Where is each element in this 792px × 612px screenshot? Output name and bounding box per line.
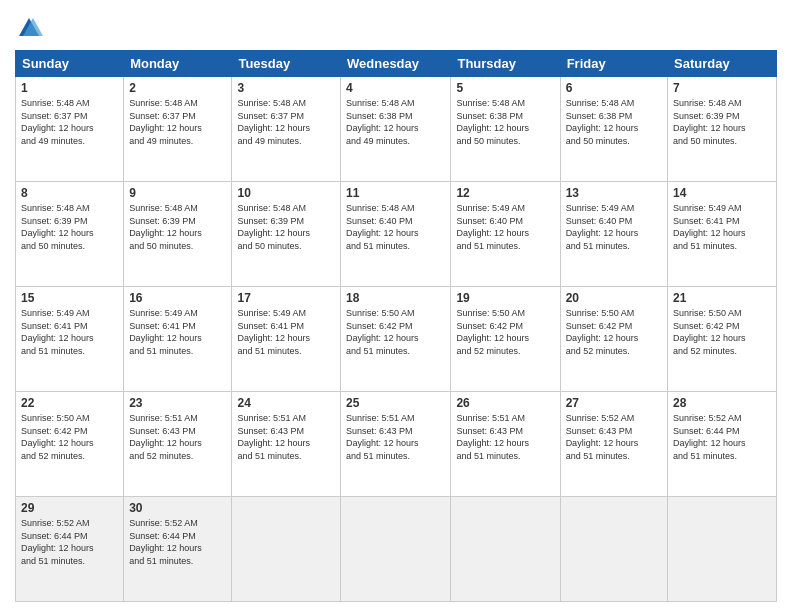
day-info: Sunrise: 5:48 AMSunset: 6:38 PMDaylight:…: [566, 97, 662, 147]
calendar-cell: [232, 497, 341, 602]
calendar-cell: 30Sunrise: 5:52 AMSunset: 6:44 PMDayligh…: [124, 497, 232, 602]
day-number: 4: [346, 81, 445, 95]
calendar-cell: 17Sunrise: 5:49 AMSunset: 6:41 PMDayligh…: [232, 287, 341, 392]
calendar-cell: 5Sunrise: 5:48 AMSunset: 6:38 PMDaylight…: [451, 77, 560, 182]
day-info: Sunrise: 5:48 AMSunset: 6:38 PMDaylight:…: [346, 97, 445, 147]
calendar-cell: [668, 497, 777, 602]
day-number: 12: [456, 186, 554, 200]
logo: [15, 14, 47, 42]
calendar-cell: 28Sunrise: 5:52 AMSunset: 6:44 PMDayligh…: [668, 392, 777, 497]
weekday-header: Tuesday: [232, 51, 341, 77]
weekday-header: Monday: [124, 51, 232, 77]
calendar-cell: 1Sunrise: 5:48 AMSunset: 6:37 PMDaylight…: [16, 77, 124, 182]
calendar-cell: 6Sunrise: 5:48 AMSunset: 6:38 PMDaylight…: [560, 77, 667, 182]
calendar-cell: 20Sunrise: 5:50 AMSunset: 6:42 PMDayligh…: [560, 287, 667, 392]
calendar-cell: 27Sunrise: 5:52 AMSunset: 6:43 PMDayligh…: [560, 392, 667, 497]
day-number: 5: [456, 81, 554, 95]
calendar-cell: 26Sunrise: 5:51 AMSunset: 6:43 PMDayligh…: [451, 392, 560, 497]
day-number: 2: [129, 81, 226, 95]
day-info: Sunrise: 5:50 AMSunset: 6:42 PMDaylight:…: [673, 307, 771, 357]
day-info: Sunrise: 5:52 AMSunset: 6:44 PMDaylight:…: [673, 412, 771, 462]
calendar-cell: 22Sunrise: 5:50 AMSunset: 6:42 PMDayligh…: [16, 392, 124, 497]
day-info: Sunrise: 5:48 AMSunset: 6:37 PMDaylight:…: [21, 97, 118, 147]
weekday-header: Wednesday: [341, 51, 451, 77]
day-number: 26: [456, 396, 554, 410]
calendar-cell: 8Sunrise: 5:48 AMSunset: 6:39 PMDaylight…: [16, 182, 124, 287]
weekday-header: Saturday: [668, 51, 777, 77]
day-info: Sunrise: 5:48 AMSunset: 6:37 PMDaylight:…: [129, 97, 226, 147]
day-info: Sunrise: 5:49 AMSunset: 6:41 PMDaylight:…: [673, 202, 771, 252]
weekday-header-row: SundayMondayTuesdayWednesdayThursdayFrid…: [16, 51, 777, 77]
weekday-header: Thursday: [451, 51, 560, 77]
calendar-cell: 12Sunrise: 5:49 AMSunset: 6:40 PMDayligh…: [451, 182, 560, 287]
calendar-cell: [451, 497, 560, 602]
day-info: Sunrise: 5:48 AMSunset: 6:38 PMDaylight:…: [456, 97, 554, 147]
day-info: Sunrise: 5:49 AMSunset: 6:41 PMDaylight:…: [129, 307, 226, 357]
day-number: 8: [21, 186, 118, 200]
calendar-cell: 23Sunrise: 5:51 AMSunset: 6:43 PMDayligh…: [124, 392, 232, 497]
day-info: Sunrise: 5:49 AMSunset: 6:40 PMDaylight:…: [566, 202, 662, 252]
calendar-cell: 3Sunrise: 5:48 AMSunset: 6:37 PMDaylight…: [232, 77, 341, 182]
day-number: 22: [21, 396, 118, 410]
day-number: 27: [566, 396, 662, 410]
day-info: Sunrise: 5:48 AMSunset: 6:40 PMDaylight:…: [346, 202, 445, 252]
calendar-cell: [560, 497, 667, 602]
day-info: Sunrise: 5:50 AMSunset: 6:42 PMDaylight:…: [346, 307, 445, 357]
calendar-cell: 25Sunrise: 5:51 AMSunset: 6:43 PMDayligh…: [341, 392, 451, 497]
day-info: Sunrise: 5:48 AMSunset: 6:37 PMDaylight:…: [237, 97, 335, 147]
calendar-cell: 24Sunrise: 5:51 AMSunset: 6:43 PMDayligh…: [232, 392, 341, 497]
day-number: 30: [129, 501, 226, 515]
day-number: 9: [129, 186, 226, 200]
day-number: 29: [21, 501, 118, 515]
calendar-table: SundayMondayTuesdayWednesdayThursdayFrid…: [15, 50, 777, 602]
calendar-cell: 2Sunrise: 5:48 AMSunset: 6:37 PMDaylight…: [124, 77, 232, 182]
day-number: 21: [673, 291, 771, 305]
day-info: Sunrise: 5:50 AMSunset: 6:42 PMDaylight:…: [566, 307, 662, 357]
day-number: 23: [129, 396, 226, 410]
logo-icon: [15, 14, 43, 42]
calendar-cell: 14Sunrise: 5:49 AMSunset: 6:41 PMDayligh…: [668, 182, 777, 287]
day-info: Sunrise: 5:51 AMSunset: 6:43 PMDaylight:…: [129, 412, 226, 462]
day-number: 17: [237, 291, 335, 305]
day-info: Sunrise: 5:48 AMSunset: 6:39 PMDaylight:…: [21, 202, 118, 252]
calendar-cell: 16Sunrise: 5:49 AMSunset: 6:41 PMDayligh…: [124, 287, 232, 392]
calendar-week-row: 15Sunrise: 5:49 AMSunset: 6:41 PMDayligh…: [16, 287, 777, 392]
day-number: 19: [456, 291, 554, 305]
day-number: 20: [566, 291, 662, 305]
day-info: Sunrise: 5:48 AMSunset: 6:39 PMDaylight:…: [129, 202, 226, 252]
day-number: 25: [346, 396, 445, 410]
day-info: Sunrise: 5:51 AMSunset: 6:43 PMDaylight:…: [456, 412, 554, 462]
day-number: 28: [673, 396, 771, 410]
day-info: Sunrise: 5:48 AMSunset: 6:39 PMDaylight:…: [237, 202, 335, 252]
day-number: 13: [566, 186, 662, 200]
day-info: Sunrise: 5:50 AMSunset: 6:42 PMDaylight:…: [21, 412, 118, 462]
calendar-week-row: 22Sunrise: 5:50 AMSunset: 6:42 PMDayligh…: [16, 392, 777, 497]
day-number: 1: [21, 81, 118, 95]
day-info: Sunrise: 5:51 AMSunset: 6:43 PMDaylight:…: [346, 412, 445, 462]
day-info: Sunrise: 5:49 AMSunset: 6:41 PMDaylight:…: [237, 307, 335, 357]
calendar-cell: 4Sunrise: 5:48 AMSunset: 6:38 PMDaylight…: [341, 77, 451, 182]
day-info: Sunrise: 5:51 AMSunset: 6:43 PMDaylight:…: [237, 412, 335, 462]
calendar-cell: 19Sunrise: 5:50 AMSunset: 6:42 PMDayligh…: [451, 287, 560, 392]
day-number: 7: [673, 81, 771, 95]
day-info: Sunrise: 5:48 AMSunset: 6:39 PMDaylight:…: [673, 97, 771, 147]
day-info: Sunrise: 5:50 AMSunset: 6:42 PMDaylight:…: [456, 307, 554, 357]
day-number: 14: [673, 186, 771, 200]
calendar-cell: 7Sunrise: 5:48 AMSunset: 6:39 PMDaylight…: [668, 77, 777, 182]
day-number: 15: [21, 291, 118, 305]
weekday-header: Friday: [560, 51, 667, 77]
day-number: 3: [237, 81, 335, 95]
day-number: 16: [129, 291, 226, 305]
day-number: 24: [237, 396, 335, 410]
day-info: Sunrise: 5:52 AMSunset: 6:44 PMDaylight:…: [129, 517, 226, 567]
day-number: 11: [346, 186, 445, 200]
day-number: 10: [237, 186, 335, 200]
calendar-cell: 10Sunrise: 5:48 AMSunset: 6:39 PMDayligh…: [232, 182, 341, 287]
calendar-week-row: 1Sunrise: 5:48 AMSunset: 6:37 PMDaylight…: [16, 77, 777, 182]
calendar-cell: 9Sunrise: 5:48 AMSunset: 6:39 PMDaylight…: [124, 182, 232, 287]
calendar-cell: 15Sunrise: 5:49 AMSunset: 6:41 PMDayligh…: [16, 287, 124, 392]
day-info: Sunrise: 5:49 AMSunset: 6:40 PMDaylight:…: [456, 202, 554, 252]
calendar-cell: 21Sunrise: 5:50 AMSunset: 6:42 PMDayligh…: [668, 287, 777, 392]
day-info: Sunrise: 5:49 AMSunset: 6:41 PMDaylight:…: [21, 307, 118, 357]
weekday-header: Sunday: [16, 51, 124, 77]
